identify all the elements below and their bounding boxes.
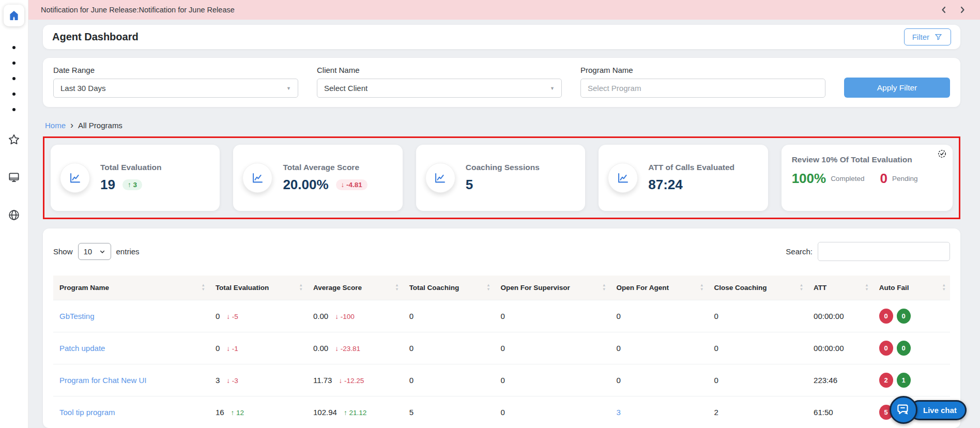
chevron-left-icon[interactable] bbox=[940, 6, 948, 14]
cell-open-for-supervisor: 0 bbox=[495, 364, 610, 396]
column-label: Close Coaching bbox=[714, 284, 767, 292]
column-header-open-for-agent[interactable]: Open For Agent▲▼ bbox=[610, 276, 708, 300]
cell-open-for-supervisor: 0 bbox=[495, 300, 610, 332]
cell-open-for-agent: 0 bbox=[610, 332, 708, 364]
cell-value: 0 bbox=[216, 344, 220, 353]
star-icon[interactable] bbox=[7, 133, 21, 146]
auto-fail-green-badge: 1 bbox=[897, 373, 911, 388]
filter-button-label: Filter bbox=[912, 33, 929, 41]
monitor-icon[interactable] bbox=[7, 171, 21, 184]
search-group: Search: bbox=[786, 242, 950, 261]
column-header-total-coaching[interactable]: Total Coaching▲▼ bbox=[403, 276, 495, 300]
notification-bar: Notification for June Release:Notificati… bbox=[28, 0, 980, 20]
client-name-label: Client Name bbox=[317, 66, 562, 74]
program-name-input[interactable] bbox=[580, 79, 825, 98]
open-for-agent-link[interactable]: 3 bbox=[616, 408, 620, 417]
program-link[interactable]: GbTesting bbox=[59, 312, 95, 320]
cell-delta: ↓ -3 bbox=[226, 377, 238, 385]
apply-filter-button[interactable]: Apply Filter bbox=[844, 78, 950, 98]
date-range-field: Date Range Last 30 Days ▼ bbox=[53, 66, 298, 98]
column-header-open-for-supervisor[interactable]: Open For Supervisor▲▼ bbox=[495, 276, 610, 300]
column-label: Open For Supervisor bbox=[501, 284, 570, 292]
review-completed-label: Completed bbox=[831, 175, 864, 182]
cell-value: 0 bbox=[216, 312, 220, 320]
nav-dot[interactable] bbox=[12, 93, 16, 96]
cell-average-score: 0.00↓ -100 bbox=[307, 300, 403, 332]
entries-label: entries bbox=[116, 247, 140, 256]
cell-average-score: 0.00↓ -23.81 bbox=[307, 332, 403, 364]
review-pending-label: Pending bbox=[892, 175, 918, 182]
live-chat-label: Live chat bbox=[909, 400, 967, 420]
stat-delta-badge: ↑ 3 bbox=[122, 179, 142, 190]
nav-dot[interactable] bbox=[12, 62, 16, 65]
sort-icon[interactable]: ▲▼ bbox=[486, 283, 490, 292]
date-range-select[interactable]: Last 30 Days ▼ bbox=[53, 79, 298, 98]
programs-table: Program Name▲▼Total Evaluation▲▼Average … bbox=[53, 276, 950, 428]
column-header-close-coaching[interactable]: Close Coaching▲▼ bbox=[708, 276, 808, 300]
table-row: GbTesting0↓ -50.00↓ -100000000:00:0000 bbox=[53, 300, 950, 332]
breadcrumb-home-link[interactable]: Home bbox=[45, 121, 66, 130]
sort-icon[interactable]: ▲▼ bbox=[201, 283, 205, 292]
auto-fail-badges: 00 bbox=[879, 341, 944, 356]
nav-dot[interactable] bbox=[12, 46, 16, 49]
stat-card-value: 20.00% bbox=[283, 177, 328, 193]
cell-delta: ↓ -1 bbox=[226, 345, 238, 353]
cell-program-name: GbTesting bbox=[53, 300, 209, 332]
title-card: Agent Dashboard Filter bbox=[43, 25, 960, 49]
cell-total-coaching: 0 bbox=[403, 332, 495, 364]
table-row: Tool tip program16↑ 12102.94↑ 21.1250326… bbox=[53, 396, 950, 428]
page-size-select[interactable]: 10 bbox=[78, 243, 111, 260]
page-size-group: Show 10 entries bbox=[53, 243, 140, 260]
search-input[interactable] bbox=[818, 242, 950, 261]
column-header-att[interactable]: ATT▲▼ bbox=[807, 276, 873, 300]
cell-delta: ↓ -23.81 bbox=[335, 345, 360, 353]
sort-icon[interactable]: ▲▼ bbox=[800, 283, 803, 292]
program-link[interactable]: Patch update bbox=[59, 344, 105, 353]
auto-fail-badges: 21 bbox=[879, 373, 944, 388]
cell-att: 00:00:00 bbox=[807, 300, 873, 332]
sidebar-icons bbox=[7, 133, 21, 222]
cell-delta: ↓ -12.25 bbox=[339, 377, 364, 385]
nav-dot[interactable] bbox=[12, 77, 16, 80]
program-link[interactable]: Program for Chat New UI bbox=[59, 376, 146, 385]
stat-card-value-row: 5 bbox=[466, 177, 540, 193]
client-name-value: Select Client bbox=[324, 84, 368, 93]
chevron-right-icon[interactable] bbox=[958, 6, 967, 14]
column-header-program-name[interactable]: Program Name▲▼ bbox=[53, 276, 209, 300]
cell-total-coaching: 0 bbox=[403, 300, 495, 332]
cell-delta: ↑ 21.12 bbox=[344, 409, 366, 417]
sort-icon[interactable]: ▲▼ bbox=[395, 283, 399, 292]
stat-card-title: Total Average Score bbox=[283, 163, 367, 172]
chart-line-icon bbox=[242, 163, 272, 193]
stats-highlight-region: Total Evaluation19↑ 3Total Average Score… bbox=[43, 136, 960, 219]
cell-auto-fail: 21 bbox=[873, 364, 950, 396]
sort-icon[interactable]: ▲▼ bbox=[865, 283, 868, 292]
column-header-total-evaluation[interactable]: Total Evaluation▲▼ bbox=[209, 276, 307, 300]
column-header-auto-fail[interactable]: Auto Fail▲▼ bbox=[873, 276, 950, 300]
sort-icon[interactable]: ▲▼ bbox=[942, 283, 946, 292]
sort-icon[interactable]: ▲▼ bbox=[700, 283, 703, 292]
live-chat-button[interactable]: Live chat bbox=[890, 396, 967, 424]
client-name-select[interactable]: Select Client ▼ bbox=[317, 79, 562, 98]
stat-card-value: 5 bbox=[466, 177, 473, 193]
clock-check-icon bbox=[938, 149, 946, 160]
auto-fail-badges: 00 bbox=[879, 309, 944, 324]
cell-open-for-supervisor: 0 bbox=[495, 332, 610, 364]
stat-card-info: ATT of Calls Evaluated87:24 bbox=[648, 163, 734, 193]
sort-icon[interactable]: ▲▼ bbox=[299, 283, 303, 292]
table-controls: Show 10 entries Search: bbox=[53, 242, 950, 261]
filter-button[interactable]: Filter bbox=[904, 28, 951, 45]
column-header-average-score[interactable]: Average Score▲▼ bbox=[307, 276, 403, 300]
program-link[interactable]: Tool tip program bbox=[59, 408, 115, 417]
client-name-field: Client Name Select Client ▼ bbox=[317, 66, 562, 98]
cell-att: 00:00:00 bbox=[807, 332, 873, 364]
sort-icon[interactable]: ▲▼ bbox=[602, 283, 606, 292]
cell-total-evaluation: 3↓ -3 bbox=[209, 364, 307, 396]
home-button[interactable] bbox=[4, 5, 24, 26]
cell-delta: ↓ -5 bbox=[226, 313, 238, 320]
nav-dot[interactable] bbox=[12, 108, 16, 111]
stat-card-title: ATT of Calls Evaluated bbox=[648, 163, 734, 172]
cell-value: 102.94 bbox=[313, 408, 337, 417]
funnel-icon bbox=[934, 33, 943, 41]
globe-icon[interactable] bbox=[7, 208, 21, 222]
